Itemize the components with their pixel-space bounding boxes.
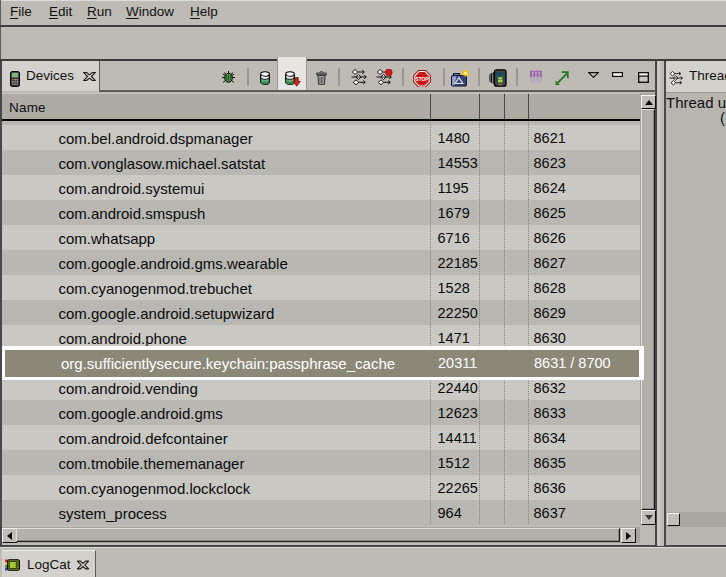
svg-text:STOP: STOP <box>416 77 429 82</box>
